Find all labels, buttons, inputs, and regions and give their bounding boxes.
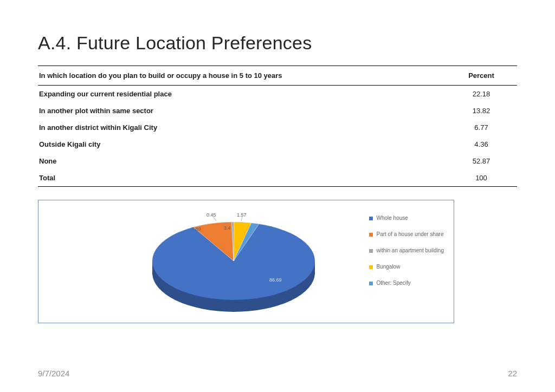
legend-swatch-icon <box>369 265 373 269</box>
legend-label: Whole house <box>376 215 408 221</box>
row-label: Expanding our current residential place <box>38 86 448 103</box>
table-row-total: Total 100 <box>38 169 517 187</box>
legend-label: Other: Specify <box>376 280 410 286</box>
legend-item: Whole house <box>369 215 444 221</box>
row-pct: 4.36 <box>448 136 517 153</box>
legend-item: Other: Specify <box>369 280 444 286</box>
row-pct: 13.82 <box>448 102 517 119</box>
table-header-question: In which location do you plan to build o… <box>38 66 448 86</box>
legend-label: Part of a house under share <box>376 232 443 237</box>
location-table: In which location do you plan to build o… <box>38 66 517 187</box>
row-pct: 52.87 <box>448 153 517 169</box>
pie-chart-container: 0.45 1.57 7.89 3.4 86.69 Whole house Par… <box>38 200 454 323</box>
table-row: None 52.87 <box>38 153 517 169</box>
pie-chart: 0.45 1.57 7.89 3.4 86.69 <box>131 209 337 317</box>
pie-label-light: 1.57 <box>237 212 247 218</box>
row-label: Outside Kigali city <box>38 136 448 153</box>
row-label: None <box>38 153 448 169</box>
table-row: Outside Kigali city 4.36 <box>38 136 517 153</box>
row-pct: 22.18 <box>448 86 517 103</box>
footer-page-number: 22 <box>508 369 517 378</box>
row-pct: 6.77 <box>448 119 517 136</box>
row-label: Total <box>38 169 448 187</box>
legend-item: Part of a house under share <box>369 232 444 237</box>
table-row: In another district within Kigali City 6… <box>38 119 517 136</box>
legend-item: within an apartment building <box>369 248 444 253</box>
pie-label-main: 86.69 <box>269 277 282 283</box>
pie-label-yellow: 3.4 <box>224 225 231 231</box>
footer-date: 9/7/2024 <box>38 369 69 378</box>
legend-swatch-icon <box>369 233 373 237</box>
row-label: In another plot within same sector <box>38 102 448 119</box>
table-header-percent: Percent <box>448 66 517 86</box>
legend-label: Bungalow <box>376 264 400 270</box>
row-pct: 100 <box>448 169 517 187</box>
table-row: In another plot within same sector 13.82 <box>38 102 517 119</box>
pie-label-grey: 0.45 <box>206 212 216 218</box>
table-row: Expanding our current residential place … <box>38 86 517 103</box>
row-label: In another district within Kigali City <box>38 119 448 136</box>
legend-swatch-icon <box>369 249 373 253</box>
legend-item: Bungalow <box>369 264 444 270</box>
chart-legend: Whole house Part of a house under share … <box>369 215 444 297</box>
page-title: A.4. Future Location Preferences <box>38 32 517 54</box>
legend-label: within an apartment building <box>376 248 444 253</box>
legend-swatch-icon <box>369 217 373 220</box>
pie-label-orange: 7.89 <box>191 226 201 232</box>
legend-swatch-icon <box>369 282 373 285</box>
